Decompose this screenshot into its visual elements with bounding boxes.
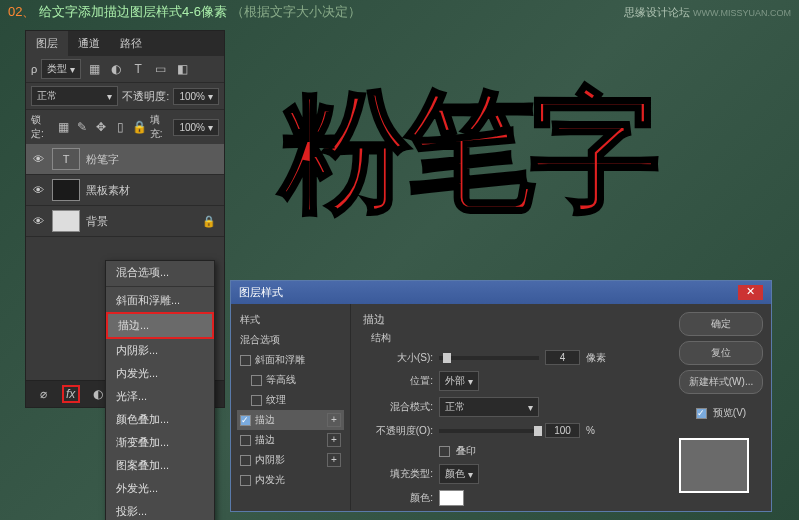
opacity-input[interactable]: 100% ▾ xyxy=(173,88,219,105)
menu-blend-options[interactable]: 混合选项... xyxy=(106,261,214,284)
overprint-checkbox[interactable] xyxy=(439,446,450,457)
size-input[interactable]: 4 xyxy=(545,350,580,365)
opacity-slider[interactable] xyxy=(439,429,539,433)
menu-inner-glow[interactable]: 内发光... xyxy=(106,362,214,385)
fx-button[interactable]: fx xyxy=(62,385,80,403)
add-shadow-icon[interactable]: + xyxy=(327,453,341,467)
fx-context-menu: 混合选项... 斜面和浮雕... 描边... 内阴影... 内发光... 光泽.… xyxy=(105,260,215,520)
layer-background[interactable]: 👁 背景 🔒 xyxy=(26,206,224,237)
ok-button[interactable]: 确定 xyxy=(679,312,763,336)
filter-shape-icon[interactable]: ▭ xyxy=(151,60,169,78)
link-layers-icon[interactable]: ⌀ xyxy=(35,385,53,403)
tutorial-header: 02、 给文字添加描边图层样式4-6像素 （根据文字大小决定） 思缘设计论坛 W… xyxy=(8,3,791,21)
lock-icon: 🔒 xyxy=(202,215,220,228)
preview-checkbox[interactable] xyxy=(696,408,707,419)
color-label: 颜色: xyxy=(363,491,433,505)
preview-label: 预览(V) xyxy=(713,406,746,420)
lock-move-icon[interactable]: ✥ xyxy=(93,118,110,136)
size-label: 大小(S): xyxy=(363,351,433,365)
style-list: 样式 混合选项 斜面和浮雕 等高线 纹理 描边+ 描边+ 内阴影+ 内发光 xyxy=(231,304,351,510)
filltype-dropdown[interactable]: 颜色 ▾ xyxy=(439,464,479,484)
filter-icon[interactable]: ρ xyxy=(31,63,37,75)
lock-pixels-icon[interactable]: ▦ xyxy=(55,118,72,136)
style-blend-options[interactable]: 混合选项 xyxy=(237,330,344,350)
section-title: 描边 xyxy=(363,312,659,327)
layer-name: 粉笔字 xyxy=(86,152,119,167)
tab-channels[interactable]: 通道 xyxy=(68,31,110,56)
layer-thumb: T xyxy=(52,148,80,170)
add-stroke-icon[interactable]: + xyxy=(327,413,341,427)
size-unit: 像素 xyxy=(586,351,606,365)
opacity-label: 不透明度: xyxy=(122,89,169,104)
step-number: 02、 xyxy=(8,4,35,19)
filter-pixel-icon[interactable]: ▦ xyxy=(85,60,103,78)
menu-satin[interactable]: 光泽... xyxy=(106,385,214,408)
close-button[interactable]: ✕ xyxy=(738,285,763,300)
reset-button[interactable]: 复位 xyxy=(679,341,763,365)
menu-outer-glow[interactable]: 外发光... xyxy=(106,477,214,500)
menu-pattern-overlay[interactable]: 图案叠加... xyxy=(106,454,214,477)
visibility-icon[interactable]: 👁 xyxy=(30,215,46,227)
preview-thumbnail xyxy=(679,438,749,493)
position-label: 位置: xyxy=(363,374,433,388)
layer-image[interactable]: 👁 黑板素材 xyxy=(26,175,224,206)
blend-label: 混合模式: xyxy=(363,400,433,414)
fill-input[interactable]: 100% ▾ xyxy=(173,119,219,136)
filter-smart-icon[interactable]: ◧ xyxy=(173,60,191,78)
menu-stroke[interactable]: 描边... xyxy=(106,312,214,339)
menu-gradient-overlay[interactable]: 渐变叠加... xyxy=(106,431,214,454)
position-dropdown[interactable]: 外部 ▾ xyxy=(439,371,479,391)
size-slider[interactable] xyxy=(439,356,539,360)
add-stroke-icon[interactable]: + xyxy=(327,433,341,447)
lock-label: 锁定: xyxy=(31,113,53,141)
color-picker[interactable] xyxy=(439,490,464,506)
blend-dropdown[interactable]: 正常 ▾ xyxy=(439,397,539,417)
step-note: （根据文字大小决定） xyxy=(231,4,361,19)
style-stroke-2[interactable]: 描边+ xyxy=(237,430,344,450)
filter-adjust-icon[interactable]: ◐ xyxy=(107,60,125,78)
styles-header: 样式 xyxy=(237,310,344,330)
layer-thumb xyxy=(52,210,80,232)
tab-layers[interactable]: 图层 xyxy=(26,31,68,56)
layer-style-dialog: 图层样式 ✕ 样式 混合选项 斜面和浮雕 等高线 纹理 描边+ 描边+ 内阴影+… xyxy=(230,280,772,512)
visibility-icon[interactable]: 👁 xyxy=(30,184,46,196)
overprint-label: 叠印 xyxy=(456,444,476,458)
filter-type-dropdown[interactable]: 类型 ▾ xyxy=(41,59,81,79)
step-title: 给文字添加描边图层样式4-6像素 xyxy=(39,4,227,19)
tab-paths[interactable]: 路径 xyxy=(110,31,152,56)
structure-label: 结构 xyxy=(363,331,659,345)
lock-position-icon[interactable]: ✎ xyxy=(74,118,91,136)
style-inner-shadow[interactable]: 内阴影+ xyxy=(237,450,344,470)
dialog-titlebar[interactable]: 图层样式 ✕ xyxy=(231,281,771,304)
visibility-icon[interactable]: 👁 xyxy=(30,153,46,165)
dialog-title-text: 图层样式 xyxy=(239,285,283,300)
lock-all-icon[interactable]: 🔒 xyxy=(131,118,148,136)
layer-thumb xyxy=(52,179,80,201)
filter-text-icon[interactable]: T xyxy=(129,60,147,78)
style-inner-glow[interactable]: 内发光 xyxy=(237,470,344,490)
opacity-label: 不透明度(O): xyxy=(363,424,433,438)
fill-label: 填充: xyxy=(150,113,172,141)
style-stroke[interactable]: 描边+ xyxy=(237,410,344,430)
canvas-text: 粉笔字 xyxy=(280,65,655,241)
watermark: 思缘设计论坛 WWW.MISSYUAN.COM xyxy=(624,5,791,20)
opacity-unit: % xyxy=(586,425,595,436)
menu-bevel[interactable]: 斜面和浮雕... xyxy=(106,289,214,312)
style-bevel[interactable]: 斜面和浮雕 xyxy=(237,350,344,370)
blend-mode-dropdown[interactable]: 正常 ▾ xyxy=(31,86,118,106)
layer-name: 背景 xyxy=(86,214,108,229)
layer-name: 黑板素材 xyxy=(86,183,130,198)
stroke-settings: 描边 结构 大小(S): 4 像素 位置: 外部 ▾ 混合模式: 正常 ▾ 不透… xyxy=(351,304,671,510)
menu-inner-shadow[interactable]: 内阴影... xyxy=(106,339,214,362)
lock-artboard-icon[interactable]: ▯ xyxy=(112,118,129,136)
style-texture[interactable]: 纹理 xyxy=(237,390,344,410)
new-style-button[interactable]: 新建样式(W)... xyxy=(679,370,763,394)
layer-text[interactable]: 👁 T 粉笔字 xyxy=(26,144,224,175)
opacity-input[interactable]: 100 xyxy=(545,423,580,438)
style-contour[interactable]: 等高线 xyxy=(237,370,344,390)
menu-drop-shadow[interactable]: 投影... xyxy=(106,500,214,520)
menu-color-overlay[interactable]: 颜色叠加... xyxy=(106,408,214,431)
filltype-label: 填充类型: xyxy=(363,467,433,481)
